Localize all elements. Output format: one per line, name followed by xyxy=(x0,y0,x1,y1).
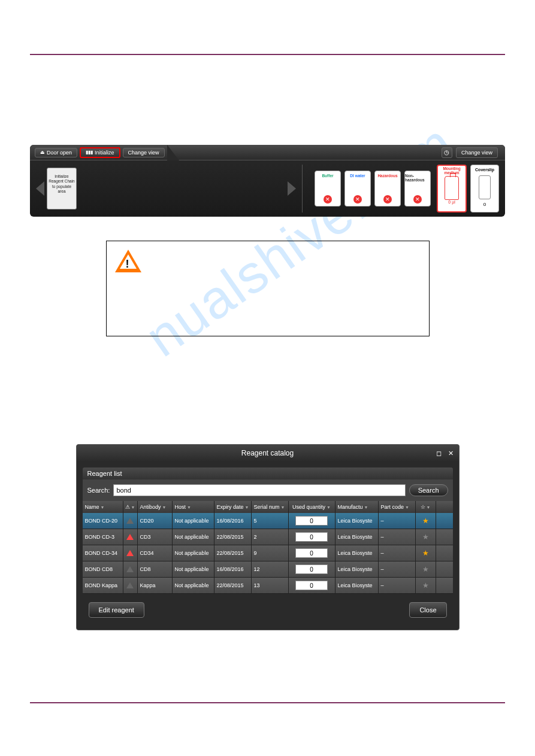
cell-mfr: Leica Biosyste xyxy=(335,513,379,529)
door-open-button[interactable]: ⏏Door open xyxy=(35,148,77,157)
bottle-hazardous[interactable]: Hazardous✕ xyxy=(374,171,401,207)
cell-host: Not applicable xyxy=(173,529,214,545)
table-row[interactable]: BOND CD8 CD8 Not applicable 16/08/2016 1… xyxy=(83,561,453,578)
cell-name: BOND CD-3 xyxy=(83,529,123,545)
col-qty[interactable]: Used quantity▼ xyxy=(289,501,335,513)
clock-icon-button[interactable]: ◷ xyxy=(442,147,452,158)
divider xyxy=(302,165,303,212)
cell-antibody[interactable]: CD8 xyxy=(138,561,173,577)
cell-antibody[interactable]: CD34 xyxy=(138,545,173,561)
caution-box: ! xyxy=(106,241,430,336)
cell-star[interactable]: ★ xyxy=(416,529,436,545)
cell-warn xyxy=(123,561,138,577)
warning-icon xyxy=(126,518,134,524)
table-row[interactable]: BOND CD-34 CD34 Not applicable 22/08/201… xyxy=(83,545,453,561)
cell-serial: 12 xyxy=(252,561,289,577)
col-warn[interactable]: ⚠▼ xyxy=(123,501,138,513)
search-label: Search: xyxy=(87,487,110,494)
cell-warn xyxy=(123,545,138,561)
cell-part: – xyxy=(379,545,416,561)
reagent-list-header: Reagent list xyxy=(83,467,453,479)
x-icon: ✕ xyxy=(324,195,332,204)
cell-star[interactable]: ★ xyxy=(416,513,436,529)
cell-star[interactable]: ★ xyxy=(416,545,436,561)
cell-mfr: Leica Biosyste xyxy=(335,545,379,561)
grid-header: Name▼ ⚠▼ Antibody▼ Host▼ Expiry date▼ Se… xyxy=(83,501,453,513)
col-host[interactable]: Host▼ xyxy=(173,501,214,513)
cell-expiry: 22/08/2015 xyxy=(214,545,252,561)
bottle-di-water[interactable]: DI water✕ xyxy=(344,171,371,207)
edit-reagent-button[interactable]: Edit reagent xyxy=(89,602,144,618)
cell-expiry: 16/08/2016 xyxy=(214,513,252,529)
table-row[interactable]: BOND CD-3 CD3 Not applicable 22/08/2015 … xyxy=(83,529,453,545)
star-icon: ★ xyxy=(422,581,429,590)
table-row[interactable]: BOND Kappa Kappa Not applicable 22/08/20… xyxy=(83,578,453,594)
x-icon: ✕ xyxy=(383,195,392,204)
cell-antibody[interactable]: CD3 xyxy=(138,529,173,545)
bottle-non-hazardous[interactable]: Non-hazardous✕ xyxy=(404,171,431,207)
cell-antibody[interactable]: Kappa xyxy=(138,578,173,593)
qty-input[interactable] xyxy=(295,581,328,590)
maximize-icon[interactable]: ◻ xyxy=(435,449,443,457)
col-star[interactable]: ☆▼ xyxy=(416,501,436,513)
bottle-label: Non-hazardous xyxy=(405,174,430,182)
cell-qty xyxy=(289,561,335,577)
cell-warn xyxy=(123,529,138,545)
close-button[interactable]: Close xyxy=(409,602,446,618)
cell-star[interactable]: ★ xyxy=(416,578,436,593)
coverslip-value: 0 xyxy=(483,202,486,207)
cell-warn xyxy=(123,578,138,593)
cell-antibody[interactable]: CD20 xyxy=(138,513,173,529)
warning-triangle-icon: ! xyxy=(115,250,141,272)
coverslip-slot-icon xyxy=(479,175,491,199)
qty-input[interactable] xyxy=(295,532,328,542)
cell-part: – xyxy=(379,513,416,529)
qty-input[interactable] xyxy=(295,564,328,574)
reagent-catalog-dialog: Reagent catalog ◻ ✕ Reagent list Search:… xyxy=(76,444,460,630)
search-button[interactable]: Search xyxy=(409,484,448,496)
warning-icon xyxy=(126,550,134,556)
star-icon: ★ xyxy=(422,549,429,557)
scroll-right-icon[interactable] xyxy=(288,181,296,196)
cell-mfr: Leica Biosyste xyxy=(335,529,379,545)
search-input[interactable] xyxy=(113,484,405,496)
col-name[interactable]: Name▼ xyxy=(83,501,123,513)
cell-qty xyxy=(289,513,335,529)
cell-part: – xyxy=(379,561,416,577)
tab-wedge xyxy=(167,145,179,160)
mounting-medium-box[interactable]: Mounting medium 0 µl xyxy=(437,165,467,212)
close-icon[interactable]: ✕ xyxy=(447,449,455,457)
qty-input[interactable] xyxy=(295,516,328,526)
cell-serial: 9 xyxy=(252,545,289,561)
rule-top xyxy=(30,54,505,55)
cell-warn xyxy=(123,513,138,529)
dialog-title: Reagent catalog xyxy=(241,449,294,457)
cell-host: Not applicable xyxy=(173,513,214,529)
col-expiry[interactable]: Expiry date▼ xyxy=(214,501,252,513)
col-serial[interactable]: Serial num▼ xyxy=(252,501,289,513)
cell-star[interactable]: ★ xyxy=(416,561,436,577)
cell-host: Not applicable xyxy=(173,545,214,561)
mounting-bottle-icon xyxy=(445,176,459,200)
warning-icon xyxy=(126,566,134,572)
col-mfr[interactable]: Manufactu▼ xyxy=(335,501,379,513)
dialog-titlebar[interactable]: Reagent catalog ◻ ✕ xyxy=(77,445,459,462)
coverslip-box[interactable]: Coverslip 0 xyxy=(470,165,499,212)
cell-name: BOND CD8 xyxy=(83,561,123,577)
col-antibody[interactable]: Antibody▼ xyxy=(138,501,173,513)
qty-input[interactable] xyxy=(295,548,328,558)
bottle-buffer[interactable]: Buffer✕ xyxy=(315,171,341,207)
change-view-button-right[interactable]: Change view xyxy=(456,147,498,158)
col-part[interactable]: Part code▼ xyxy=(379,501,416,513)
cell-host: Not applicable xyxy=(173,561,214,577)
cell-expiry: 16/08/2016 xyxy=(214,561,252,577)
instrument-toolbar: ⏏Door open ▮▮▮Initialize Change view ◷ C… xyxy=(30,145,505,217)
change-view-button-left[interactable]: Change view xyxy=(123,148,165,157)
cell-qty xyxy=(289,529,335,545)
initialize-button[interactable]: ▮▮▮Initialize xyxy=(80,147,120,158)
initialize-reagent-box[interactable]: Initialize Reagent Chain to populate are… xyxy=(47,168,77,210)
cell-qty xyxy=(289,545,335,561)
scroll-left-icon[interactable] xyxy=(36,181,44,196)
table-row[interactable]: BOND CD-20 CD20 Not applicable 16/08/201… xyxy=(83,513,453,529)
warning-icon xyxy=(126,534,134,540)
